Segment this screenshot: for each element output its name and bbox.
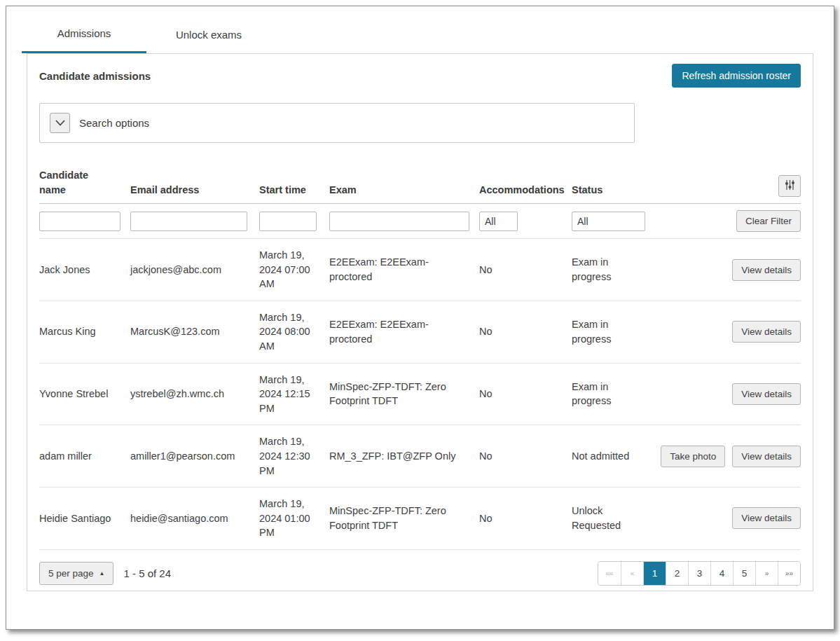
column-header-exam: Exam [329,183,479,198]
chevron-down-icon [55,118,65,128]
accommodations: No [479,511,572,526]
page-button-group: «« « 1 2 3 4 5 » »» [598,561,801,586]
page-button-1[interactable]: 1 [643,562,666,585]
tab-unlock-exams[interactable]: Unlock exams [146,16,271,53]
candidate-name: adam miller [39,449,130,464]
email-address: jackjones@abc.com [130,263,259,277]
status: Unlock Requested [572,504,654,532]
panel-header: Candidate admissions Refresh admission r… [39,54,801,95]
candidate-admissions-panel: Candidate admissions Refresh admission r… [27,53,813,591]
view-details-button[interactable]: View details [732,383,801,405]
caret-up-icon: ▲ [99,570,105,577]
status: Exam in progress [572,255,654,284]
refresh-admission-roster-button[interactable]: Refresh admission roster [672,64,801,88]
accommodations: No [479,324,572,339]
per-page-dropdown[interactable]: 5 per page ▲ [39,562,113,585]
tab-admissions[interactable]: Admissions [22,16,146,53]
filter-status-select[interactable]: All [572,212,645,231]
result-range-label: 1 - 5 of 24 [123,567,171,579]
exam: MinSpec-ZFP-TDFT: Zero Footprint TDFT [329,504,479,532]
status: Exam in progress [572,380,654,408]
admissions-table: Candidate name Email address Start time … [39,168,801,550]
page-button-4[interactable]: 4 [710,562,733,585]
candidate-name: Heidie Santiago [39,511,130,526]
app-window: Admissions Unlock exams Candidate admiss… [6,6,834,630]
email-address: heidie@santiago.com [130,511,259,526]
search-options-expand-button[interactable] [50,113,70,133]
tab-bar: Admissions Unlock exams [22,16,834,53]
next-page-button[interactable]: » [755,562,778,585]
exam: RM_3_ZFP: IBT@ZFP Only [329,449,479,464]
table-row: Heidie Santiago heidie@santiago.com Marc… [39,488,801,550]
candidate-name: Yvonne Strebel [39,387,130,401]
start-time: March 19, 2024 07:00 AM [259,248,329,291]
clear-filter-button[interactable]: Clear Filter [736,210,801,232]
search-options-section: Search options [39,103,635,143]
column-header-candidate-name: Candidate name [39,168,130,197]
filter-candidate-name-input[interactable] [39,212,121,231]
status: Exam in progress [572,317,654,346]
accommodations: No [479,449,572,464]
first-page-button[interactable]: «« [598,562,621,585]
column-header-start-time: Start time [259,183,329,198]
table-row: adam miller amiller1@pearson.com March 1… [39,425,801,488]
email-address: amiller1@pearson.com [130,449,259,464]
view-details-button[interactable]: View details [732,321,801,343]
filter-email-input[interactable] [130,212,247,231]
pagination-bar: 5 per page ▲ 1 - 5 of 24 «« « 1 2 3 4 5 … [39,561,801,586]
start-time: March 19, 2024 12:30 PM [259,434,329,478]
last-page-button[interactable]: »» [778,562,800,585]
sliders-icon [785,179,795,193]
table-header-row: Candidate name Email address Start time … [39,168,801,204]
table-row: Marcus King MarcusK@123.com March 19, 20… [39,301,801,364]
page-button-2[interactable]: 2 [666,562,688,585]
accommodations: No [479,387,572,401]
view-details-button[interactable]: View details [732,259,801,281]
exam: E2EExam: E2EExam-proctored [329,255,479,284]
start-time: March 19, 2024 12:15 PM [259,373,329,416]
exam: E2EExam: E2EExam-proctored [329,317,479,346]
email-address: ystrebel@zh.wmc.ch [130,387,259,401]
view-details-button[interactable]: View details [732,446,801,467]
column-header-accommodations: Accommodations [479,183,572,198]
column-settings-button[interactable] [778,175,801,197]
table-filter-row: All All Clear Filter [39,204,801,239]
page-button-3[interactable]: 3 [688,562,710,585]
start-time: March 19, 2024 01:00 PM [259,497,329,540]
exam: MinSpec-ZFP-TDFT: Zero Footprint TDFT [329,380,479,408]
search-options-label: Search options [79,117,149,129]
filter-accommodations-select[interactable]: All [479,212,518,231]
column-header-email: Email address [130,183,259,198]
take-photo-button[interactable]: Take photo [661,446,725,467]
status: Not admitted [572,449,654,464]
column-header-status: Status [572,183,654,198]
start-time: March 19, 2024 08:00 AM [259,310,329,354]
table-row: Jack Jones jackjones@abc.com March 19, 2… [39,239,801,301]
candidate-name: Marcus King [39,324,130,339]
filter-start-time-input[interactable] [259,212,317,231]
filter-exam-input[interactable] [329,212,469,231]
view-details-button[interactable]: View details [732,507,801,529]
email-address: MarcusK@123.com [130,324,259,339]
table-row: Yvonne Strebel ystrebel@zh.wmc.ch March … [39,364,801,426]
candidate-name: Jack Jones [39,263,130,277]
table-header-actions [654,175,801,197]
accommodations: No [479,263,572,277]
page-title: Candidate admissions [39,70,151,82]
previous-page-button[interactable]: « [621,562,643,585]
per-page-label: 5 per page [48,568,94,579]
page-button-5[interactable]: 5 [733,562,755,585]
